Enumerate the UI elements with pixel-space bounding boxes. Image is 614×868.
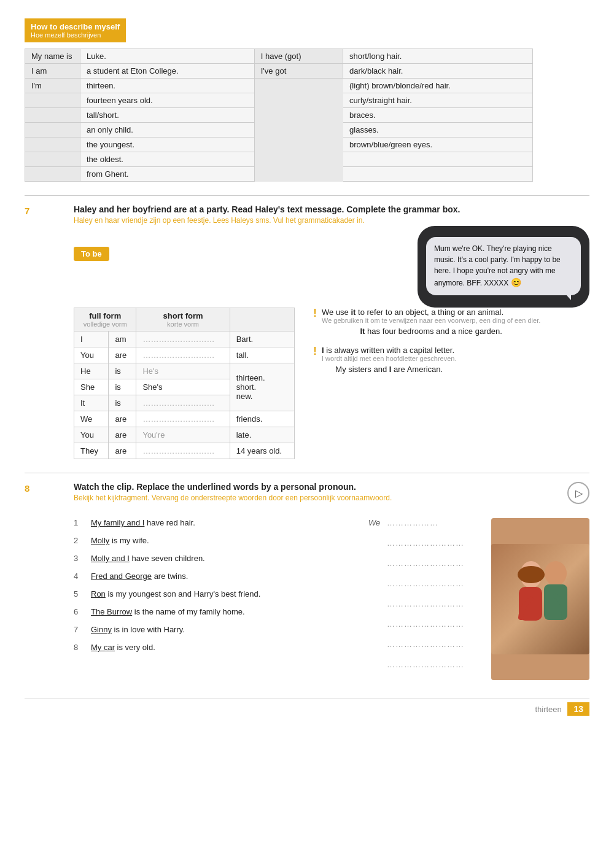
describe-label — [25, 123, 80, 138]
describe-label: I'm — [25, 79, 80, 93]
notes-panel: !We use it to refer to an object, a thin… — [313, 308, 571, 459]
section8-body: Watch the clip. Replace the underlined w… — [74, 482, 589, 680]
answer-line: ……………………… — [368, 579, 479, 599]
describe-value2: braces. — [343, 108, 533, 123]
note-nl: We gebruiken it om te verwijzen naar een… — [322, 317, 540, 324]
photo-svg — [497, 550, 583, 648]
describe-connector — [254, 123, 343, 138]
section8-instruction-wrap: Watch the clip. Replace the underlined w… — [74, 482, 392, 510]
exercise-number: 3 — [74, 554, 85, 563]
exercise-text: The Burrow is the name of my family home… — [91, 607, 245, 616]
exercise-number: 4 — [74, 572, 85, 581]
note-content: We use it to refer to an object, a thing… — [322, 308, 540, 336]
section-describe-title: How to describe myself — [31, 22, 120, 31]
grammar-verb: is — [109, 363, 136, 379]
exercise-item: 5Ron is my youngest son and Harry's best… — [74, 589, 356, 599]
answer-line: ……………………… — [368, 619, 479, 640]
exercise-text: Ginny is in love with Harry. — [91, 625, 185, 634]
exercise-sentences: 1My family and I have red hair.2Molly is… — [74, 518, 356, 680]
describe-value2: (light) brown/blonde/red hair. — [343, 79, 533, 93]
grammar-row: YouareYou'relate. — [74, 427, 295, 443]
describe-value2: dark/black hair. — [343, 64, 533, 79]
describe-label: My name is — [25, 49, 80, 64]
answer-text: We — [368, 518, 387, 527]
answer-col: We……………………………………………………………………………………………………… — [368, 518, 479, 680]
grammar-translation: thirteen.short.new. — [230, 363, 294, 411]
section8-subtitle: Bekijk het kijkfragment. Vervang de onde… — [74, 494, 392, 502]
grammar-short: ……………………… — [136, 411, 230, 427]
grammar-translation: Bart. — [230, 331, 294, 347]
photo-box — [491, 518, 589, 680]
phone-bubble: Mum we're OK. They're playing nice music… — [426, 237, 581, 295]
play-button[interactable] — [567, 482, 589, 504]
exercise-number: 7 — [74, 625, 85, 634]
note-nl: I wordt altijd met een hoofdletter gesch… — [322, 355, 457, 362]
phone-outer: Mum we're OK. They're playing nice music… — [418, 226, 589, 308]
describe-connector: I have (got) — [254, 49, 343, 64]
answer-dots: ……………………… — [387, 640, 464, 649]
section8: 8 Watch the clip. Replace the underlined… — [25, 482, 589, 680]
note-en: I is always written with a capital lette… — [322, 346, 457, 355]
exercise-text: Molly and I have seven children. — [91, 554, 205, 563]
exercise-text: Molly is my wife. — [91, 536, 149, 545]
grammar-row: HeisHe'sthirteen.short.new. — [74, 363, 295, 379]
describe-value1: tall/short. — [80, 108, 255, 123]
grammar-col3-header — [230, 308, 294, 331]
describe-connector — [254, 138, 343, 152]
describe-value1: the youngest. — [80, 138, 255, 152]
footer: thirteen 13 — [25, 699, 589, 714]
photo-placeholder — [491, 544, 589, 654]
exercise-item: 7Ginny is in love with Harry. — [74, 625, 356, 634]
grammar-translation: tall. — [230, 347, 294, 363]
grammar-verb: am — [109, 331, 136, 347]
describe-value1: the oldest. — [80, 152, 255, 167]
grammar-row: Youare………………………tall. — [74, 347, 295, 363]
describe-value1: an only child. — [80, 123, 255, 138]
describe-connector — [254, 79, 343, 93]
exercise-item: 4Fred and George are twins. — [74, 572, 356, 581]
answer-dots: ……………………… — [387, 660, 464, 669]
grammar-verb: are — [109, 411, 136, 427]
grammar-verb: are — [109, 347, 136, 363]
section7-body: Haley and her boyfriend are at a party. … — [74, 204, 589, 459]
section7-subtitle: Haley en haar vriendje zijn op een feest… — [74, 216, 589, 225]
phone-wrapper: Mum we're OK. They're playing nice music… — [418, 226, 589, 308]
exercise-text: My family and I have red hair. — [91, 518, 195, 527]
describe-connector — [254, 108, 343, 123]
describe-label — [25, 167, 80, 182]
section8-num: 8 — [25, 483, 49, 680]
grammar-short: ……………………… — [136, 443, 230, 459]
grammar-row: Theyare………………………14 years old. — [74, 443, 295, 459]
grammar-row: Iam………………………Bart. — [74, 331, 295, 347]
exercise-item: 8My car is very old. — [74, 643, 356, 652]
grammar-pronoun: I — [74, 331, 109, 347]
grammar-translation: late. — [230, 427, 294, 443]
note-example: It has four bedrooms and a nice garden. — [322, 327, 540, 336]
grammar-verb: are — [109, 443, 136, 459]
grammar-col2-header: short form korte vorm — [136, 308, 230, 331]
section-describe-subtitle: Hoe mezelf beschrijven — [31, 31, 120, 39]
describe-value2 — [343, 152, 533, 167]
grammar-section: full form volledige vorm short form kort… — [74, 308, 589, 459]
note-bullet: ! — [313, 308, 317, 319]
exercise-number: 1 — [74, 518, 85, 527]
answer-dots: ……………………… — [387, 559, 464, 568]
grammar-table: full form volledige vorm short form kort… — [74, 308, 295, 459]
answer-dots: ……………………… — [387, 619, 464, 629]
describe-connector: I've got — [254, 64, 343, 79]
exercise-number: 2 — [74, 536, 85, 545]
describe-value2: brown/blue/green eyes. — [343, 138, 533, 152]
exercise-list: 1My family and I have red hair.2Molly is… — [74, 518, 589, 680]
exercise-item: 3Molly and I have seven children. — [74, 554, 356, 563]
exercise-number: 6 — [74, 607, 85, 616]
describe-value2: short/long hair. — [343, 49, 533, 64]
describe-value1: thirteen. — [80, 79, 255, 93]
grammar-pronoun: You — [74, 427, 109, 443]
describe-table: My name isLuke.I have (got)short/long ha… — [25, 48, 533, 182]
describe-label: I am — [25, 64, 80, 79]
answer-dots: ……………………… — [387, 579, 464, 588]
answer-line: ……………………… — [368, 640, 479, 660]
grammar-row: Weare………………………friends. — [74, 411, 295, 427]
answer-line: We……………… — [368, 518, 479, 538]
grammar-col1-header: full form volledige vorm — [74, 308, 136, 331]
